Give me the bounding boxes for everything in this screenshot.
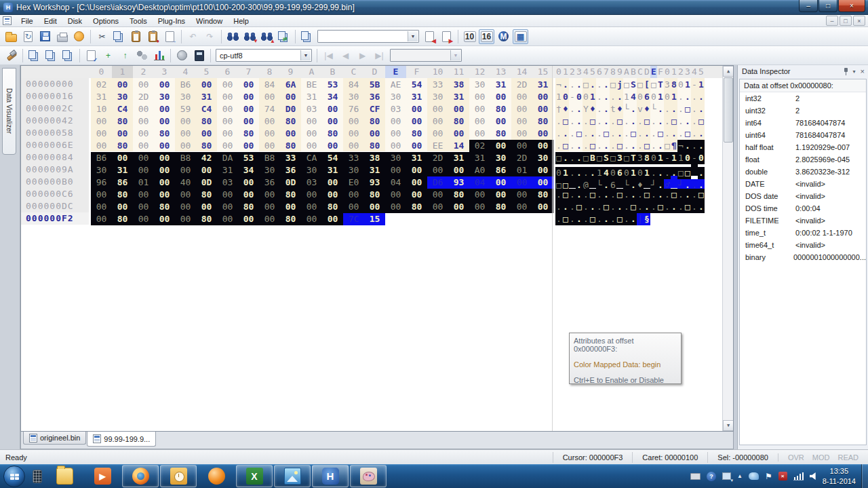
compare-next-icon[interactable] xyxy=(43,48,59,63)
close-panel-icon[interactable]: × xyxy=(861,67,865,75)
menu-item-plug-ins[interactable]: Plug-Ins xyxy=(153,16,191,26)
ascii-char[interactable]: 6 xyxy=(644,91,650,103)
copy-icon[interactable] xyxy=(111,29,127,44)
hex-byte[interactable]: 00 xyxy=(217,115,238,128)
data-visualizer-tab[interactable]: Data Visualizer xyxy=(2,68,16,155)
hex-byte[interactable]: 00 xyxy=(175,140,196,152)
hex-byte[interactable]: 00 xyxy=(259,115,280,128)
combo-arrow-icon[interactable]: ▼ xyxy=(408,31,418,41)
ascii-char[interactable]: . xyxy=(569,213,576,225)
taskbar-button-excel[interactable] xyxy=(236,465,273,487)
hex-byte[interactable]: 00 xyxy=(469,91,490,103)
ascii-char[interactable]: . xyxy=(596,79,603,91)
hex-byte[interactable]: 00 xyxy=(448,201,469,213)
ascii-char[interactable]: □ xyxy=(698,115,705,128)
ascii-char[interactable]: . xyxy=(576,189,583,201)
ascii-char[interactable]: . xyxy=(596,201,603,213)
cut-icon[interactable]: ✂ xyxy=(94,29,110,44)
ascii-char[interactable]: □ xyxy=(644,189,650,201)
ascii-char[interactable]: □ xyxy=(616,140,623,152)
hex-byte[interactable]: 00 xyxy=(532,128,553,140)
hex-byte[interactable]: 00 xyxy=(133,115,154,128)
ascii-char[interactable]: . xyxy=(583,115,589,128)
hex-byte[interactable]: 00 xyxy=(427,201,448,213)
hex-byte[interactable]: 31 xyxy=(448,152,469,164)
hex-byte[interactable]: 00 xyxy=(133,103,154,115)
hex-byte[interactable]: 00 xyxy=(259,201,280,213)
hex-byte[interactable]: 00 xyxy=(511,115,532,128)
ascii-char[interactable]: □ xyxy=(589,213,596,225)
ascii-char[interactable]: □ xyxy=(589,115,596,128)
hex-byte[interactable]: 00 xyxy=(154,164,175,176)
ascii-char[interactable]: . xyxy=(562,152,569,164)
hex-byte[interactable]: 80 xyxy=(154,201,175,213)
hex-byte[interactable]: 80 xyxy=(322,201,343,213)
ascii-char[interactable]: . xyxy=(657,140,664,152)
hex-byte[interactable]: 00 xyxy=(112,128,133,140)
ascii-char[interactable]: . xyxy=(637,128,644,140)
ascii-char[interactable]: . xyxy=(691,128,698,140)
ascii-char[interactable]: . xyxy=(671,103,677,115)
hex-byte[interactable]: 00 xyxy=(469,201,490,213)
hex-byte[interactable]: 96 xyxy=(91,176,112,189)
ascii-char[interactable]: □ xyxy=(684,103,691,115)
hex-byte[interactable]: 00 xyxy=(532,140,553,152)
ascii-char[interactable]: 1 xyxy=(671,91,677,103)
ascii-char[interactable]: □ xyxy=(555,152,562,164)
inspector-row[interactable]: FILETIME<invalid> xyxy=(740,214,866,227)
hex-byte[interactable]: 00 xyxy=(490,176,511,189)
ascii-char[interactable]: . xyxy=(677,189,684,201)
hex-byte[interactable]: 00 xyxy=(322,140,343,152)
ascii-char[interactable]: . xyxy=(637,115,644,128)
hex-byte[interactable]: 00 xyxy=(490,91,511,103)
ascii-char[interactable]: □ xyxy=(630,201,637,213)
goto-first-icon[interactable]: |◀ xyxy=(321,48,336,63)
ascii-char[interactable]: - xyxy=(569,91,576,103)
hex-byte[interactable]: 00 xyxy=(259,213,280,225)
hex-byte[interactable]: 02 xyxy=(469,140,490,152)
hex-byte[interactable]: 80 xyxy=(280,140,301,152)
ascii-char[interactable]: □ xyxy=(562,213,569,225)
find-value-combo[interactable]: ▼ xyxy=(317,30,419,43)
ascii-char[interactable]: . xyxy=(576,115,583,128)
hex-byte[interactable]: 00 xyxy=(469,103,490,115)
hex-byte[interactable]: 00 xyxy=(238,91,259,103)
hex-byte[interactable]: 00 xyxy=(322,176,343,189)
hex-byte[interactable]: 00 xyxy=(217,213,238,225)
motorola-byte-order-icon[interactable]: M xyxy=(496,29,511,44)
ascii-char[interactable]: . xyxy=(684,115,691,128)
hex-byte[interactable]: 80 xyxy=(406,201,427,213)
hex-byte[interactable]: 80 xyxy=(196,140,217,152)
inspector-row[interactable]: time_t0:00:02 1-1-1970 xyxy=(740,227,866,239)
scroll-up-arrow[interactable]: ▲ xyxy=(723,66,734,77)
ascii-char[interactable]: . xyxy=(610,189,616,201)
ascii-char[interactable]: . xyxy=(657,103,664,115)
ascii-char[interactable]: . xyxy=(603,213,610,225)
hex-byte[interactable]: B8 xyxy=(259,152,280,164)
hex-byte[interactable]: 00 xyxy=(322,189,343,201)
hex-byte[interactable]: 30 xyxy=(343,91,364,103)
ascii-char[interactable]: . xyxy=(583,189,589,201)
close-button[interactable]: × xyxy=(838,0,865,12)
hex-byte[interactable]: 36 xyxy=(364,91,385,103)
hex-byte[interactable]: 30 xyxy=(469,79,490,91)
document-tab[interactable]: 99.99-199.9... xyxy=(87,432,156,447)
ascii-char[interactable]: □ xyxy=(637,79,644,91)
hex-byte[interactable]: 00 xyxy=(469,128,490,140)
ascii-char[interactable]: 3 xyxy=(616,152,623,164)
hex-byte[interactable]: 31 xyxy=(91,91,112,103)
hex-byte[interactable]: 30 xyxy=(385,91,406,103)
ascii-char[interactable]: 0 xyxy=(650,91,657,103)
hex-byte[interactable]: 00 xyxy=(154,176,175,189)
undo-icon[interactable]: ↶ xyxy=(185,29,201,44)
ascii-char[interactable]: 8 xyxy=(644,152,650,164)
ascii-char[interactable]: - xyxy=(691,79,698,91)
ascii-char[interactable]: . xyxy=(677,103,684,115)
ascii-char[interactable]: . xyxy=(583,201,589,213)
hex-byte[interactable]: 01 xyxy=(511,164,532,176)
hex-byte[interactable]: 30 xyxy=(343,164,364,176)
hex-byte[interactable]: 00 xyxy=(133,201,154,213)
hex-byte[interactable]: 80 xyxy=(322,128,343,140)
ascii-char[interactable]: □ xyxy=(616,115,623,128)
hex-byte[interactable]: 34 xyxy=(238,164,259,176)
